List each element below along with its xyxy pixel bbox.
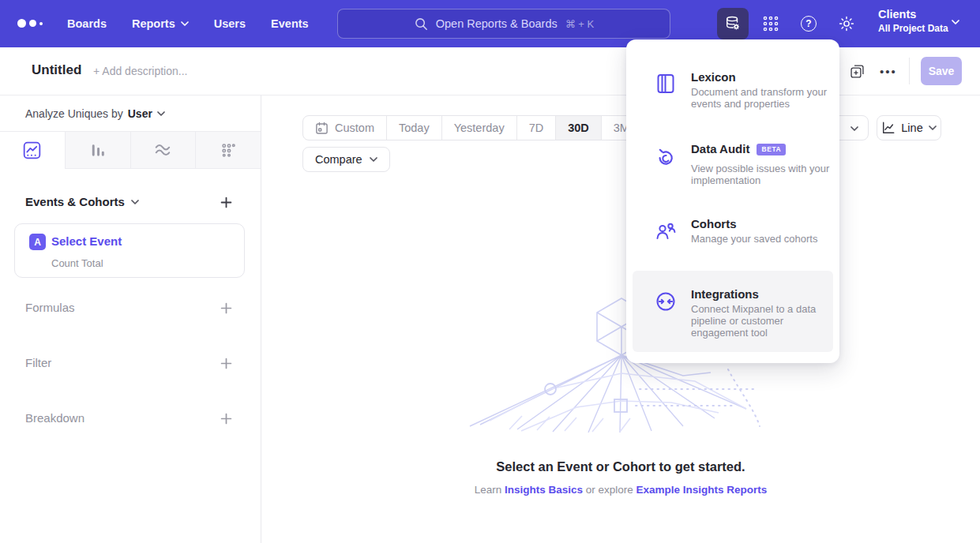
count-total-label[interactable]: Count Total xyxy=(51,257,103,269)
settings-button[interactable] xyxy=(832,9,861,38)
beta-badge: BETA xyxy=(757,144,786,155)
menu-item-description: Manage your saved cohorts xyxy=(691,233,849,245)
lexicon-book-icon xyxy=(655,73,677,95)
analyze-by-row: Analyze Uniques by User xyxy=(0,95,261,132)
report-title[interactable]: Untitled xyxy=(32,62,81,78)
menu-item-title: Data AuditBETA xyxy=(691,142,786,155)
header-divider xyxy=(909,58,910,84)
add-breakdown-button[interactable] xyxy=(220,412,232,425)
chart-area: Custom Today Yesterday 7D 30D 3M 6M Comp… xyxy=(261,95,980,543)
duplicate-icon xyxy=(849,63,865,80)
menu-item-title: Integrations xyxy=(691,287,759,301)
chevron-down-icon xyxy=(850,126,858,131)
menu-item-description: Connect Mixpanel to a data pipeline or c… xyxy=(691,303,828,339)
nav-events[interactable]: Events xyxy=(271,17,309,30)
integrations-icon xyxy=(655,290,677,313)
chevron-down-icon xyxy=(952,20,959,24)
report-description-placeholder[interactable]: + Add description... xyxy=(93,65,187,77)
chevron-down-icon xyxy=(131,200,139,204)
event-letter-badge: A xyxy=(29,234,46,250)
date-range-control: Custom Today Yesterday 7D 30D 3M 6M xyxy=(302,115,682,140)
select-event-label[interactable]: Select Event xyxy=(51,234,122,248)
line-chart-type-icon xyxy=(881,121,896,135)
search-shortcut: ⌘ + K xyxy=(565,18,595,30)
plus-icon xyxy=(220,302,232,314)
add-filter-button[interactable] xyxy=(220,357,232,369)
tab-bar-chart[interactable] xyxy=(65,132,130,169)
menu-item-cohorts[interactable]: Cohorts Manage your saved cohorts xyxy=(633,212,833,262)
date-range-custom[interactable]: Custom xyxy=(303,116,386,140)
empty-state-title: Select an Event or Cohort to get started… xyxy=(261,459,980,474)
tab-flow-chart[interactable] xyxy=(130,132,196,169)
filter-section: Filter xyxy=(0,356,261,370)
chart-type-button[interactable]: Line xyxy=(877,115,941,140)
chevron-down-icon xyxy=(157,111,165,116)
breakdown-section: Breakdown xyxy=(0,411,261,425)
settings-gear-icon xyxy=(838,15,855,32)
breakdown-label: Breakdown xyxy=(25,411,84,425)
analyze-by-selector[interactable]: User xyxy=(128,107,165,120)
menu-item-data-audit[interactable]: Data AuditBETA View possible issues with… xyxy=(633,136,833,208)
mixpanel-insights-page: Boards Reports Users Events Open Reports… xyxy=(0,0,980,543)
cohorts-people-icon xyxy=(655,219,677,242)
date-range-7d[interactable]: 7D xyxy=(516,116,556,140)
more-options-button[interactable]: ••• xyxy=(877,60,900,82)
chevron-down-icon xyxy=(929,125,937,130)
chevron-down-icon xyxy=(181,21,189,26)
main-nav: Boards Reports Users Events xyxy=(67,0,309,47)
help-button[interactable]: ? xyxy=(794,9,823,38)
plus-icon xyxy=(220,413,232,425)
project-switcher[interactable]: Clients All Project Data xyxy=(878,8,948,34)
nav-users[interactable]: Users xyxy=(214,17,246,30)
query-builder-sidebar: Analyze Uniques by User xyxy=(0,95,261,543)
nav-boards[interactable]: Boards xyxy=(67,17,107,30)
filter-label: Filter xyxy=(25,356,51,369)
add-formula-button[interactable] xyxy=(220,301,232,314)
event-row-card[interactable]: A Select Event Count Total xyxy=(14,223,245,278)
ellipsis-icon: ••• xyxy=(880,65,897,78)
search-placeholder: Open Reports & Boards xyxy=(436,17,558,30)
menu-item-description: View possible issues with your implement… xyxy=(691,163,849,186)
formulas-section: Formulas xyxy=(0,301,261,315)
learn-text: Learn xyxy=(475,484,505,496)
apps-grid-button[interactable] xyxy=(757,9,785,38)
compare-button[interactable]: Compare xyxy=(302,147,390,172)
tab-line-chart[interactable] xyxy=(0,132,65,169)
tab-metrics-grid[interactable] xyxy=(195,132,261,169)
date-range-30d[interactable]: 30D xyxy=(555,116,601,140)
data-audit-icon xyxy=(655,147,677,169)
apps-grid-icon xyxy=(762,15,779,32)
project-name: Clients xyxy=(878,8,948,21)
save-button[interactable]: Save xyxy=(921,57,962,85)
search-icon xyxy=(414,17,428,31)
menu-item-title: Lexicon xyxy=(691,70,736,84)
mixpanel-logo-icon[interactable] xyxy=(17,19,43,28)
menu-item-title: Cohorts xyxy=(691,217,737,230)
chevron-down-icon xyxy=(370,157,377,162)
flow-chart-icon xyxy=(154,141,171,159)
plus-icon xyxy=(220,358,232,369)
data-management-dropdown: Lexicon Document and transform your even… xyxy=(626,39,839,363)
analyze-by-label: Analyze Uniques by xyxy=(25,107,123,120)
search-bar[interactable]: Open Reports & Boards ⌘ + K xyxy=(337,9,670,39)
duplicate-report-button[interactable] xyxy=(845,60,869,82)
project-scope: All Project Data xyxy=(878,23,948,34)
plus-icon xyxy=(220,197,232,208)
nav-reports[interactable]: Reports xyxy=(132,17,189,30)
add-event-button[interactable] xyxy=(220,196,232,208)
menu-item-integrations[interactable]: Integrations Connect Mixpanel to a data … xyxy=(633,271,833,352)
line-chart-icon xyxy=(23,141,41,159)
date-range-yesterday[interactable]: Yesterday xyxy=(441,116,516,140)
date-range-today[interactable]: Today xyxy=(386,116,441,140)
events-cohorts-header[interactable]: Events & Cohorts xyxy=(25,195,139,208)
insights-basics-link[interactable]: Insights Basics xyxy=(505,484,583,496)
empty-state-subtitle: Learn Insights Basics or explore Example… xyxy=(261,484,980,496)
metrics-grid-icon xyxy=(220,142,237,159)
data-management-icon xyxy=(724,15,742,32)
menu-item-lexicon[interactable]: Lexicon Document and transform your even… xyxy=(633,63,833,136)
example-insights-reports-link[interactable]: Example Insights Reports xyxy=(636,484,768,496)
formulas-label: Formulas xyxy=(25,301,75,314)
or-explore-text: or explore xyxy=(583,484,636,496)
data-management-button[interactable] xyxy=(717,8,749,39)
help-icon: ? xyxy=(801,16,817,32)
